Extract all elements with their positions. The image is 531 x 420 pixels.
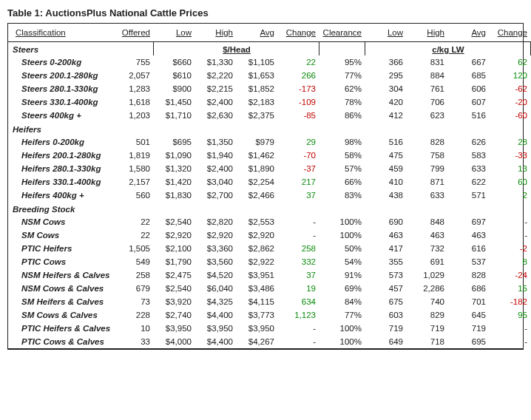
cell-head-low: $1,420 <box>153 175 195 189</box>
cell-clearance: 100% <box>319 322 365 335</box>
cell-kg-change: -20 <box>489 95 530 109</box>
cattle-prices-table: Classification Offered Low High Avg Chan… <box>8 24 531 348</box>
cell-kg-change: -60 <box>489 109 530 122</box>
table-row: PTIC Cows & Calves33$4,000$4,400$4,267-1… <box>8 335 530 348</box>
cell-head-high: $3,040 <box>195 175 236 189</box>
cell-clearance: 66% <box>319 175 365 189</box>
cell-head-change: -37 <box>277 162 319 175</box>
cell-offered: 2,157 <box>112 175 153 189</box>
cell-kg-change: -33 <box>489 149 530 162</box>
col-offered: Offered <box>112 24 153 42</box>
row-label: NSM Heifers & Calves <box>8 268 112 282</box>
table-row: PTIC Heifers1,505$2,100$3,360$2,86225850… <box>8 242 530 255</box>
cell-kg-high: 831 <box>406 55 447 69</box>
cell-kg-low: 675 <box>365 295 406 308</box>
cell-offered: 10 <box>112 322 153 335</box>
row-label: PTIC Cows <box>8 255 112 268</box>
col-classification: Classification <box>8 24 112 42</box>
cell-head-change: - <box>277 335 319 348</box>
cell-head-low: $1,790 <box>153 255 195 268</box>
cell-head-low: $4,000 <box>153 335 195 348</box>
cell-clearance: 57% <box>319 162 365 175</box>
cell-offered: 1,618 <box>112 95 153 109</box>
cell-kg-change: 15 <box>489 282 530 295</box>
cell-kg-low: 304 <box>365 82 406 95</box>
row-label: Heifers 200.1-280kg <box>8 149 112 162</box>
cell-kg-low: 603 <box>365 308 406 322</box>
cell-clearance: 50% <box>319 242 365 255</box>
table-row: NSM Heifers & Calves258$2,475$4,520$3,95… <box>8 268 530 282</box>
section-row: Heifers <box>8 122 530 135</box>
cell-head-avg: $3,486 <box>236 282 277 295</box>
cell-head-avg: $2,375 <box>236 109 277 122</box>
cell-kg-low: 366 <box>365 55 406 69</box>
cell-clearance: 69% <box>319 282 365 295</box>
cell-head-change: 19 <box>277 282 319 295</box>
cell-clearance: 86% <box>319 109 365 122</box>
cell-head-change: -173 <box>277 82 319 95</box>
cell-kg-avg: 667 <box>447 55 489 69</box>
cell-head-high: $1,330 <box>195 55 236 69</box>
cell-head-high: $2,920 <box>195 228 236 242</box>
cell-clearance: 77% <box>319 308 365 322</box>
cell-head-low: $695 <box>153 135 195 149</box>
cell-kg-change: 62 <box>489 55 530 69</box>
table-row: PTIC Cows549$1,790$3,560$2,92233254%3556… <box>8 255 530 268</box>
col-change-kg: Change <box>489 24 530 42</box>
row-label: PTIC Heifers & Calves <box>8 322 112 335</box>
cell-head-avg: $4,267 <box>236 335 277 348</box>
cell-head-avg: $2,553 <box>236 215 277 228</box>
cell-clearance: 77% <box>319 69 365 82</box>
table-row: PTIC Heifers & Calves10$3,950$3,950$3,95… <box>8 322 530 335</box>
cell-head-low: $2,100 <box>153 242 195 255</box>
cell-head-high: $2,400 <box>195 162 236 175</box>
cell-offered: 755 <box>112 55 153 69</box>
cell-head-change: 37 <box>277 268 319 282</box>
cell-head-low: $1,090 <box>153 149 195 162</box>
cell-kg-avg: 719 <box>447 322 489 335</box>
cell-kg-change: - <box>489 322 530 335</box>
cell-kg-avg: 685 <box>447 69 489 82</box>
cell-head-change: 22 <box>277 55 319 69</box>
table-row: SM Heifers & Calves73$3,920$4,325$4,1156… <box>8 295 530 308</box>
cell-kg-low: 417 <box>365 242 406 255</box>
cell-head-high: $1,940 <box>195 149 236 162</box>
cell-kg-change: 13 <box>489 162 530 175</box>
cell-head-high: $2,215 <box>195 82 236 95</box>
cell-head-avg: $2,922 <box>236 255 277 268</box>
cell-clearance: 54% <box>319 255 365 268</box>
section-row: Steers$/Headc/kg LW <box>8 42 530 56</box>
cell-kg-low: 438 <box>365 189 406 202</box>
cell-head-change: 258 <box>277 242 319 255</box>
cell-head-high: $3,950 <box>195 322 236 335</box>
col-clearance: Clearance <box>319 24 365 42</box>
row-label: NSM Cows & Calves <box>8 282 112 295</box>
cell-head-high: $4,325 <box>195 295 236 308</box>
cell-kg-high: 718 <box>406 335 447 348</box>
cell-offered: 258 <box>112 268 153 282</box>
cell-offered: 549 <box>112 255 153 268</box>
cell-head-change: 634 <box>277 295 319 308</box>
cell-head-low: $3,950 <box>153 322 195 335</box>
cell-head-high: $3,560 <box>195 255 236 268</box>
cell-kg-high: 829 <box>406 308 447 322</box>
cell-kg-change: 60 <box>489 175 530 189</box>
cell-kg-high: 761 <box>406 82 447 95</box>
cell-offered: 1,580 <box>112 162 153 175</box>
cell-kg-high: 848 <box>406 215 447 228</box>
cell-offered: 228 <box>112 308 153 322</box>
col-avg-kg: Avg <box>447 24 489 42</box>
unit-per-kg: c/kg LW <box>365 42 530 56</box>
cell-head-low: $1,450 <box>153 95 195 109</box>
row-label: Steers 200.1-280kg <box>8 69 112 82</box>
table-row: SM Cows & Calves228$2,740$4,400$3,7731,1… <box>8 308 530 322</box>
cell-kg-avg: 622 <box>447 175 489 189</box>
cell-kg-change: 8 <box>489 255 530 268</box>
unit-per-head: $/Head <box>153 42 319 56</box>
cell-head-avg: $4,115 <box>236 295 277 308</box>
cell-offered: 501 <box>112 135 153 149</box>
table-row: Steers 400kg +1,203$1,710$2,630$2,375-85… <box>8 109 530 122</box>
table-row: Heifers 200.1-280kg1,819$1,090$1,940$1,4… <box>8 149 530 162</box>
cell-kg-low: 463 <box>365 228 406 242</box>
row-label: Steers 400kg + <box>8 109 112 122</box>
